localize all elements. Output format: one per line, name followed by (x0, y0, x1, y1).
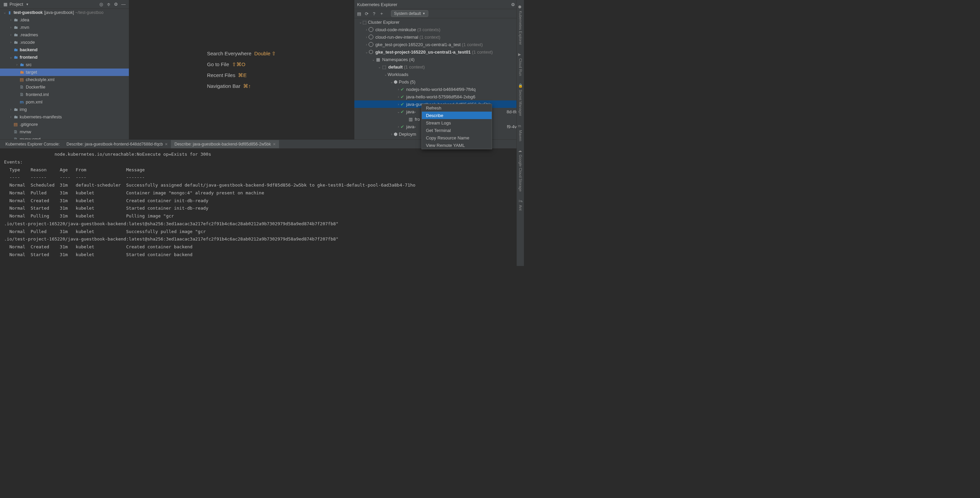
tree-row[interactable]: ›🖿.vscode (0, 39, 129, 46)
console-tab[interactable]: Describe: java-guestbook-backend-9df85d8… (171, 140, 279, 148)
select-opened-icon[interactable]: ◎ (98, 2, 104, 7)
k8s-tree-row[interactable]: ›✔java-hello-world-57598df584-2xbg6 (354, 93, 524, 100)
tree-label: .mvn (20, 25, 29, 30)
namespaces-label: Namespaces (4) (382, 57, 414, 62)
folder-icon: 🖿 (13, 47, 18, 52)
console-output[interactable]: node.kubernetes.io/unreachable:NoExecute… (0, 149, 524, 266)
tool-label: Maven (519, 130, 523, 141)
container-name: fro (415, 117, 420, 122)
tree-label: target (26, 70, 37, 75)
workloads-label: Workloads (388, 72, 408, 77)
k8s-tree-row[interactable]: ›✔nodejs-hello-world-b46944f99-7ft4q (354, 86, 524, 93)
tree-row[interactable]: 🖿target (0, 68, 129, 76)
console-tab[interactable]: Kubernetes Explorer Console: (2, 140, 63, 148)
expand-arrow-icon[interactable]: › (9, 18, 13, 22)
k8s-tree-row[interactable]: ⌄⬚Cluster Explorer (354, 18, 524, 26)
close-icon[interactable]: × (273, 142, 276, 147)
context-menu-item[interactable]: Refresh (422, 104, 492, 111)
tree-row[interactable]: 🗎Dockerfile (0, 83, 129, 91)
tree-row[interactable]: ▤checkstyle.xml (0, 76, 129, 83)
k8s-tree-row[interactable]: ⌄Workloads (354, 70, 524, 78)
k8s-tree-row[interactable]: ⌄gke_test-project-165220_us-central1-a_t… (354, 48, 524, 56)
k8s-tree-row[interactable]: ⌄⬢Pods (5) (354, 78, 524, 86)
project-root-name[interactable]: test-guestbook (14, 10, 43, 15)
tree-row[interactable]: 🗎mvnw (0, 128, 129, 136)
k8s-tree-row[interactable]: ›cloud-code-minikube (3 contexts) (354, 26, 524, 33)
tree-row[interactable]: ›🖿kubernetes-manifests (0, 113, 129, 121)
minimize-icon[interactable]: — (121, 2, 126, 7)
refresh-icon[interactable]: ⟳ (364, 11, 369, 16)
right-tool-tab[interactable]: ⬢Kubernetes Explorer (517, 3, 523, 47)
context-menu-item[interactable]: Copy Resource Name (422, 134, 492, 142)
expand-arrow-icon[interactable]: › (9, 25, 13, 29)
context-menu-item[interactable]: Stream Logs (422, 119, 492, 127)
hint-shortcut: Double ⇧ (255, 51, 276, 56)
expand-arrow-icon[interactable]: ⌄ (3, 11, 7, 14)
expand-arrow-icon[interactable]: › (15, 63, 19, 67)
container-icon: ▥ (408, 117, 414, 122)
tool-icon: ☁ (518, 149, 523, 153)
expand-arrow-icon[interactable]: › (9, 115, 13, 119)
add-icon[interactable]: ＋ (379, 11, 384, 16)
pods-label: Pods (5) (399, 80, 415, 84)
right-tool-strip: ⬢Kubernetes Explorer▶Cloud Run🔒Secret Ma… (517, 0, 524, 266)
tree-row[interactable]: ›🖿.readmes (0, 31, 129, 39)
gear-icon[interactable]: ⚙ (113, 2, 119, 7)
context-menu-item[interactable]: Describe (422, 111, 492, 119)
cluster-context: (1 context) (420, 35, 440, 40)
tree-row[interactable]: ›🖿.mvn (0, 24, 129, 31)
close-icon[interactable]: × (165, 142, 167, 147)
tree-label: frontend.iml (26, 92, 49, 97)
kubernetes-explorer-panel: Kubernetes Explorer ⚙ — ▤ ⟳ ? ＋ System d… (354, 0, 524, 139)
gke-cluster-icon (369, 49, 373, 54)
tree-label: checkstyle.xml (26, 77, 55, 82)
k8s-tree-row[interactable]: ⌄⬚default (1 context) (354, 63, 524, 70)
hint-label: Recent Files (207, 72, 235, 78)
expand-arrow-icon[interactable]: › (9, 108, 13, 111)
project-tree[interactable]: ›🖿.idea›🖿.mvn›🖿.readmes›🖿.vscode🖿backend… (0, 16, 129, 139)
tree-row[interactable]: ▤.gitignore (0, 121, 129, 128)
open-editor-icon[interactable]: ▤ (356, 11, 362, 16)
tree-row[interactable]: 🗎mvnw.cmd (0, 136, 129, 139)
tree-row[interactable]: ›🖿.idea (0, 16, 129, 24)
folder-icon: 🖿 (13, 32, 18, 37)
dropdown-arrow-icon[interactable]: ▼ (24, 2, 30, 7)
pod-name: nodejs-hello-world-b46944f99-7ft4q (406, 87, 476, 92)
tree-label: pom.xml (26, 99, 42, 105)
tree-label: .vscode (20, 40, 35, 45)
right-tool-tab[interactable]: ▶Cloud Run (517, 50, 523, 78)
cluster-name: cloud-code-minikube (375, 27, 416, 32)
help-icon[interactable]: ? (371, 11, 377, 16)
expand-arrow-icon[interactable]: › (9, 40, 13, 44)
expand-all-icon[interactable]: ≑ (106, 2, 111, 7)
project-panel-title[interactable]: Project (10, 2, 23, 7)
tool-icon: ⬢ (518, 5, 523, 10)
hint-label: Navigation Bar (207, 83, 240, 89)
right-tool-tab[interactable]: 🐜Ant (517, 197, 523, 213)
tree-row[interactable]: ›🖿src (0, 61, 129, 68)
k8s-tree-row[interactable]: ›gke_test-project-165220_us-central1-a_t… (354, 41, 524, 48)
k8s-tree-row[interactable]: ›cloud-run-dev-internal (1 context) (354, 33, 524, 41)
expand-arrow-icon[interactable]: ⌄ (9, 55, 13, 59)
context-menu-item[interactable]: Get Terminal (422, 127, 492, 134)
tree-row[interactable]: 🖿backend (0, 46, 129, 54)
deployments-label: Deploym (399, 132, 416, 137)
file-icon: 🗎 (19, 84, 24, 89)
gear-icon[interactable]: ⚙ (510, 2, 516, 7)
k8s-tree-row[interactable]: ⌄▦Namespaces (4) (354, 56, 524, 63)
console-tab[interactable]: Describe: java-guestbook-frontend-648dd7… (63, 140, 171, 148)
project-root-module: [java-guestbook] (44, 10, 74, 15)
expand-arrow-icon[interactable]: › (9, 33, 13, 37)
tree-row[interactable]: 🗎frontend.iml (0, 91, 129, 99)
right-tool-tab[interactable]: 🔒Secret Manager (517, 81, 523, 118)
cluster-icon (369, 27, 373, 32)
tree-row[interactable]: mpom.xml (0, 99, 129, 106)
right-tool-tab[interactable]: ☁Google Cloud Storage (517, 146, 523, 194)
tree-row[interactable]: ⌄🖿frontend (0, 54, 129, 61)
context-filter-dropdown[interactable]: System default ▼ (391, 10, 428, 17)
hint-shortcut: ⇧⌘O (232, 61, 245, 67)
right-tool-tab[interactable]: mMaven (517, 122, 523, 143)
tree-row[interactable]: ›🖿img (0, 106, 129, 113)
context-menu-item[interactable]: View Remote YAML (422, 142, 492, 149)
pods-icon: ⬢ (394, 80, 398, 84)
